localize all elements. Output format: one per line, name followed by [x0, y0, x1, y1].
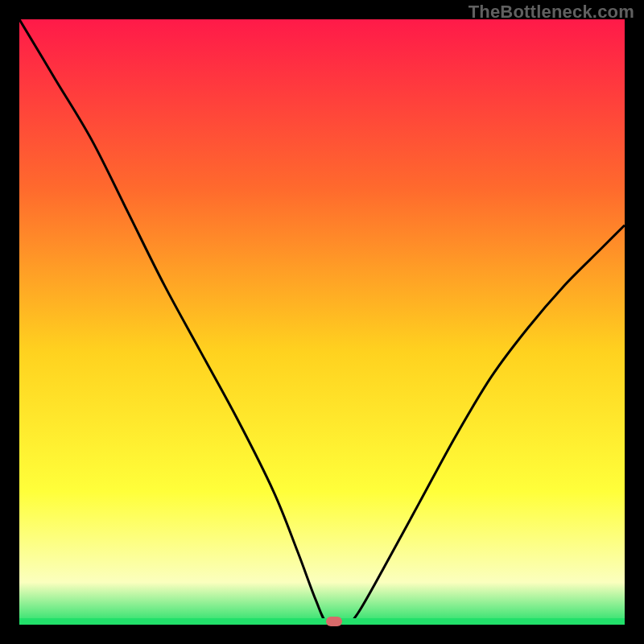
- chart-frame: TheBottleneck.com: [0, 0, 644, 644]
- plot-area: [19, 19, 625, 625]
- optimum-marker: [326, 617, 342, 626]
- baseline-bar: [19, 618, 625, 625]
